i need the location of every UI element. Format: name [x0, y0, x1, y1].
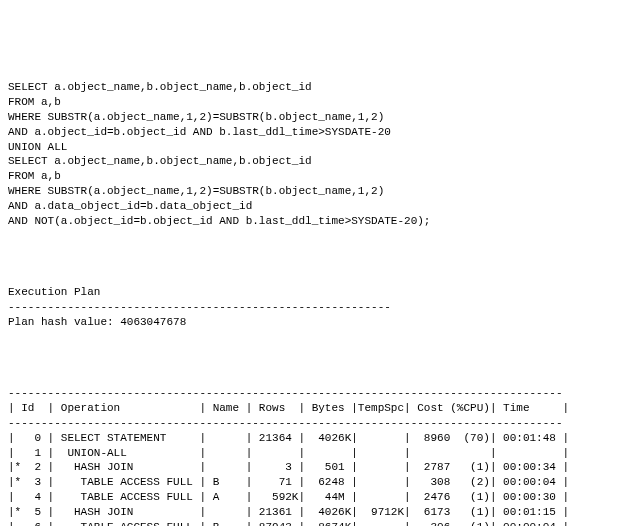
plan-hash: Plan hash value: 4063047678: [8, 316, 186, 328]
plan-table: ----------------------------------------…: [8, 371, 629, 526]
table-rule: ----------------------------------------…: [8, 417, 563, 429]
sql-line: UNION ALL: [8, 141, 67, 153]
execution-plan-header: Execution Plan -------------------------…: [8, 270, 629, 329]
table-row: | 0 | SELECT STATEMENT | | 21364 | 4026K…: [8, 432, 569, 444]
sql-line: AND a.object_id=b.object_id AND b.last_d…: [8, 126, 391, 138]
table-row: |* 2 | HASH JOIN | | 3 | 501 | | 2787 (1…: [8, 461, 569, 473]
table-row: |* 5 | HASH JOIN | | 21361 | 4026K| 9712…: [8, 506, 569, 518]
sql-line: FROM a,b: [8, 170, 61, 182]
table-row: | 4 | TABLE ACCESS FULL | A | 592K| 44M …: [8, 491, 569, 503]
sql-line: WHERE SUBSTR(a.object_name,1,2)=SUBSTR(b…: [8, 185, 384, 197]
sql-block: SELECT a.object_name,b.object_name,b.obj…: [8, 65, 629, 228]
sql-line: WHERE SUBSTR(a.object_name,1,2)=SUBSTR(b…: [8, 111, 384, 123]
plan-title: Execution Plan: [8, 286, 100, 298]
table-row: | 6 | TABLE ACCESS FULL | B | 87943 | 86…: [8, 521, 569, 526]
table-rule: ----------------------------------------…: [8, 387, 563, 399]
sql-line: AND a.data_object_id=b.data_object_id: [8, 200, 252, 212]
sql-line: SELECT a.object_name,b.object_name,b.obj…: [8, 81, 312, 93]
table-row: | 1 | UNION-ALL | | | | | | |: [8, 447, 569, 459]
divider-line: ----------------------------------------…: [8, 301, 391, 313]
table-header-row: | Id | Operation | Name | Rows | Bytes |…: [8, 402, 569, 414]
sql-line: SELECT a.object_name,b.object_name,b.obj…: [8, 155, 312, 167]
sql-line: AND NOT(a.object_id=b.object_id AND b.la…: [8, 215, 430, 227]
sql-line: FROM a,b: [8, 96, 61, 108]
table-row: |* 3 | TABLE ACCESS FULL | B | 71 | 6248…: [8, 476, 569, 488]
